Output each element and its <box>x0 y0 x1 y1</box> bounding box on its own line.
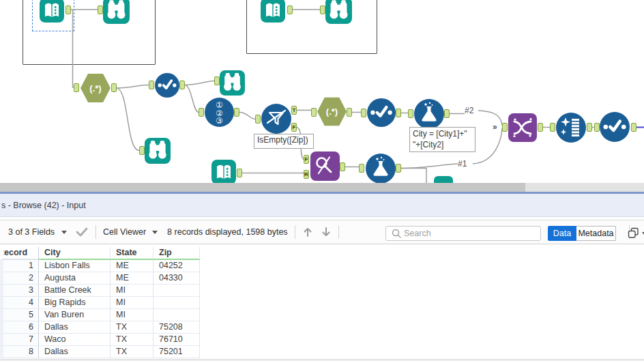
input-data-tool-3[interactable] <box>211 160 236 183</box>
input-anchor <box>594 123 600 132</box>
results-panel-header: s - Browse (42) - Input <box>0 194 644 217</box>
zip-cell[interactable]: 04330 <box>153 272 200 285</box>
input-anchor <box>98 5 103 14</box>
output-anchor <box>396 164 401 173</box>
flask-icon <box>366 154 396 183</box>
workflow-canvas[interactable]: T F F R » <box>0 0 644 183</box>
city-cell[interactable]: Waco <box>39 334 111 346</box>
arrow-up-icon[interactable] <box>302 226 313 238</box>
zip-cell[interactable] <box>153 285 200 297</box>
book-icon <box>211 160 236 183</box>
browse-tool-4[interactable] <box>145 138 171 164</box>
formula-tool-1[interactable] <box>414 99 444 129</box>
arrow-down-icon[interactable] <box>321 226 332 238</box>
select-tool-3[interactable] <box>600 112 630 142</box>
city-cell[interactable]: Van Buren <box>39 309 111 321</box>
table-row[interactable]: 6 Dallas TX 75208 <box>0 321 644 334</box>
table-row[interactable]: 7 Waco TX 76710 <box>0 334 644 346</box>
record-number-cell[interactable]: 7 <box>0 334 39 346</box>
zip-cell[interactable]: 76710 <box>153 334 200 346</box>
input-anchor <box>320 5 325 14</box>
data-cleansing-tool[interactable] <box>556 113 586 143</box>
state-cell[interactable]: MI <box>111 285 153 297</box>
state-cell[interactable]: TX <box>111 321 153 334</box>
fields-summary: 3 of 3 Fields <box>8 227 55 237</box>
column-header-city[interactable]: City <box>39 247 111 260</box>
caret-down-icon <box>61 231 67 234</box>
table-row[interactable]: 2 Augusta ME 04330 <box>0 272 644 285</box>
table-row[interactable]: 1 Lisbon Falls ME 04252 <box>0 260 644 272</box>
browse-tool-clipped[interactable] <box>434 176 453 183</box>
zip-cell[interactable]: 75208 <box>153 321 200 334</box>
input-anchor <box>149 81 154 89</box>
caret-down-icon <box>152 231 158 234</box>
record-number-cell[interactable]: 6 <box>0 321 39 334</box>
browse-tool-2[interactable] <box>325 0 352 24</box>
record-number-cell[interactable]: 1 <box>0 260 39 272</box>
input-anchor <box>359 164 364 173</box>
find-replace-tool[interactable] <box>310 151 340 181</box>
port-letter-t: T <box>291 106 297 115</box>
column-header-zip[interactable]: Zip <box>153 247 200 260</box>
state-cell[interactable]: ME <box>111 260 153 272</box>
output-anchor <box>631 123 636 132</box>
filter-annotation[interactable]: IsEmpty([Zip]) <box>254 134 314 149</box>
data-tab-button[interactable]: Data <box>548 226 576 241</box>
copy-options-button[interactable] <box>628 227 644 239</box>
union-tool[interactable] <box>508 113 537 142</box>
record-id-tool[interactable]: ① ② ③ <box>205 98 234 127</box>
record-number-cell[interactable]: 4 <box>0 297 39 309</box>
record-number-cell[interactable]: 3 <box>0 285 39 297</box>
zip-cell[interactable] <box>153 309 200 321</box>
formula-annotation[interactable]: City = [City1]+""+[City2] <box>409 127 475 152</box>
city-cell[interactable]: Battle Creek <box>39 285 111 297</box>
search-input[interactable] <box>404 229 540 238</box>
table-row[interactable]: 4 Big Rapids MI <box>0 297 644 309</box>
copy-icon <box>628 227 639 239</box>
select-check-icon <box>367 98 396 127</box>
table-row[interactable]: 8 Dallas TX 75201 <box>0 346 644 358</box>
zip-cell[interactable]: 75201 <box>153 346 200 358</box>
city-cell[interactable]: Lisbon Falls <box>39 260 111 272</box>
output-anchor <box>111 83 117 92</box>
filter-tool[interactable] <box>261 104 291 134</box>
table-row[interactable]: 5 Van Buren MI <box>0 309 644 321</box>
zip-cell[interactable]: 04252 <box>153 260 200 272</box>
search-box[interactable] <box>385 226 541 241</box>
state-cell[interactable]: MI <box>111 297 153 309</box>
record-number-cell[interactable]: 2 <box>0 272 39 285</box>
city-cell[interactable]: Big Rapids <box>39 297 111 309</box>
state-cell[interactable]: TX <box>111 334 153 346</box>
select-tool-1[interactable] <box>155 73 179 98</box>
record-number-cell[interactable]: 8 <box>0 346 39 358</box>
zip-cell[interactable] <box>153 297 200 309</box>
apply-check-icon <box>75 227 89 237</box>
metadata-tab-button[interactable]: Metadata <box>576 226 616 241</box>
browse-tool-1[interactable] <box>103 0 130 24</box>
formula-tool-2[interactable] <box>366 154 396 183</box>
magnifier-pencil-icon <box>310 151 340 181</box>
scrollbar-thumb[interactable] <box>0 183 525 192</box>
select-tool-2[interactable] <box>367 98 396 127</box>
input-data-tool-1[interactable] <box>40 0 64 23</box>
fields-dropdown[interactable]: 3 of 3 Fields <box>8 227 67 237</box>
city-cell[interactable]: Dallas <box>39 321 111 334</box>
table-row[interactable]: 3 Battle Creek MI <box>0 285 644 297</box>
state-cell[interactable]: MI <box>111 309 153 321</box>
toolbar-separator <box>96 225 96 239</box>
city-cell[interactable]: Dallas <box>39 346 111 358</box>
state-cell[interactable]: ME <box>111 272 153 285</box>
record-number-cell[interactable]: 5 <box>0 309 39 321</box>
browse-tool-3[interactable] <box>220 70 245 96</box>
state-cell[interactable]: TX <box>111 346 153 358</box>
input-data-tool-2[interactable] <box>261 0 285 23</box>
city-cell[interactable]: Augusta <box>39 272 111 285</box>
output-anchor <box>347 108 352 117</box>
filter-funnel-icon <box>261 104 291 134</box>
binoculars-icon <box>145 138 171 164</box>
results-panel-title: s - Browse (42) - Input <box>0 201 86 210</box>
cell-viewer-dropdown[interactable]: Cell Viewer <box>103 227 158 237</box>
column-header-record[interactable]: Record <box>0 247 39 260</box>
input-anchor <box>199 108 204 117</box>
column-header-state[interactable]: State <box>111 247 153 260</box>
